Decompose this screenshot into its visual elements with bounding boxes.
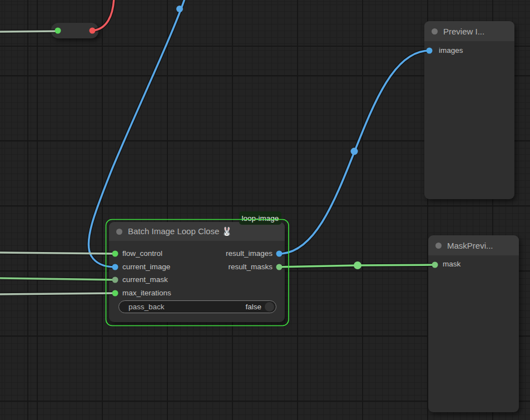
widget-value: false (245, 303, 261, 311)
node-title-bar[interactable]: Preview I... (424, 21, 514, 41)
node-preview-image[interactable]: Preview I... images (424, 21, 514, 199)
collapse-dot-icon[interactable] (435, 243, 442, 249)
node-title: Batch Image Loop Close 🐰 (128, 226, 232, 236)
node-mask-preview[interactable]: MaskPrevi... mask (428, 235, 519, 412)
wire-underlay (0, 293, 115, 294)
toggle-knob-icon[interactable] (265, 302, 274, 312)
widget-label: pass_back (128, 303, 245, 311)
input-label-max-iterations: max_iterations (122, 288, 171, 298)
wire-to-collapsed-input (0, 31, 58, 32)
link-dot[interactable] (176, 6, 183, 12)
node-title: Preview I... (443, 27, 484, 36)
node-title-bar[interactable]: MaskPrevi... (428, 235, 519, 255)
output-label-result-masks: result_masks (228, 262, 273, 272)
input-label-current-mask: current_mask (122, 275, 168, 285)
collapse-dot-icon[interactable] (116, 229, 122, 235)
collapse-dot-icon[interactable] (432, 28, 438, 34)
link-dot[interactable] (354, 261, 361, 269)
link-dot[interactable] (351, 148, 358, 155)
wire-underlay (279, 51, 429, 254)
output-label-result-images: result_images (226, 249, 273, 259)
wire-to-max-iterations (0, 293, 115, 294)
wire-underlay (279, 265, 435, 267)
wire-underlay (0, 278, 115, 280)
collapsed-node[interactable] (51, 23, 98, 38)
wire-to-flow-control (0, 253, 115, 254)
wire-result-masks-to-mask (279, 265, 435, 267)
pass-back-toggle[interactable]: pass_back false (118, 300, 276, 313)
input-label-mask: mask (443, 259, 460, 269)
input-label-flow-control: flow_control (122, 249, 162, 259)
wire-to-current-mask (0, 278, 115, 280)
wire-underlay (0, 31, 58, 32)
wire-underlay (0, 253, 115, 254)
node-title: MaskPrevi... (447, 241, 493, 250)
node-graph-canvas[interactable]: Batch Image Loop Close 🐰 flow_control cu… (0, 0, 530, 420)
input-label-images: images (439, 46, 463, 56)
wire-result-images-to-preview (279, 51, 429, 254)
node-batch-image-loop-close[interactable]: Batch Image Loop Close 🐰 flow_control cu… (109, 222, 285, 322)
node-tag-loop-image: loop-image (239, 211, 281, 225)
node-title-bar[interactable]: Batch Image Loop Close 🐰 (109, 222, 285, 241)
input-label-current-image: current_image (122, 262, 170, 272)
